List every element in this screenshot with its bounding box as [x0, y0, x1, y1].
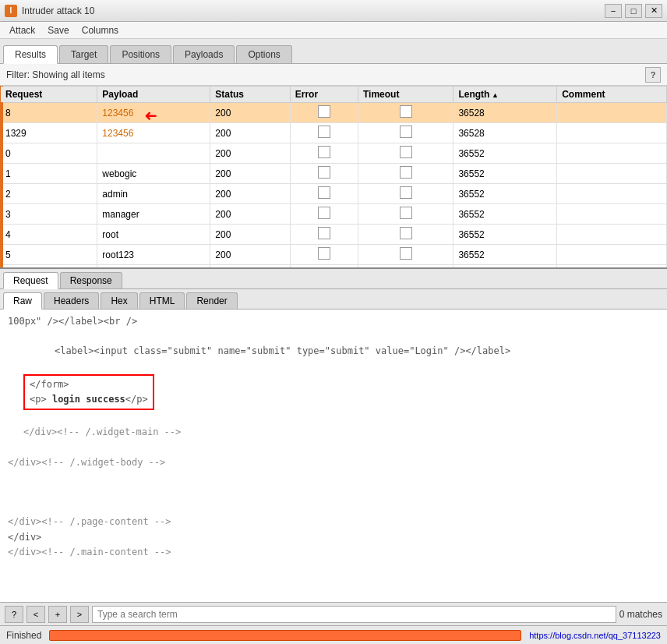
filter-bar: Filter: Showing all items ?	[0, 64, 667, 86]
maximize-button[interactable]: □	[625, 4, 642, 18]
col-error[interactable]: Error	[290, 87, 358, 103]
checkbox[interactable]	[400, 247, 412, 260]
col-comment[interactable]: Comment	[557, 87, 667, 103]
results-table-container: Request Payload Status Error Timeout Len…	[0, 86, 667, 269]
checkbox[interactable]	[400, 227, 412, 239]
inner-tab-raw[interactable]: Raw	[3, 292, 42, 310]
filter-help-button[interactable]: ?	[645, 67, 661, 83]
table-cell	[557, 184, 667, 204]
table-row[interactable]: 132912345620036528	[1, 123, 667, 143]
checkbox[interactable]	[318, 126, 330, 138]
col-timeout[interactable]: Timeout	[358, 87, 453, 103]
checkbox[interactable]	[400, 126, 412, 138]
table-cell: 2	[1, 184, 97, 204]
checkbox[interactable]	[318, 166, 330, 179]
table-cell	[97, 143, 210, 164]
table-cell: manager	[97, 204, 210, 225]
table-row[interactable]: 020036552	[1, 143, 667, 164]
search-add-button[interactable]: +	[48, 606, 67, 623]
col-payload[interactable]: Payload	[97, 87, 210, 103]
table-cell: 36528	[453, 103, 557, 123]
checkbox[interactable]	[400, 105, 412, 118]
table-row[interactable]: 4root20036552	[1, 225, 667, 245]
inner-tab-render[interactable]: Render	[186, 292, 237, 309]
table-row[interactable]: 5root12320036552	[1, 245, 667, 265]
table-cell: 200	[210, 245, 290, 265]
tab-results[interactable]: Results	[3, 45, 58, 64]
main-wrapper: I Intruder attack 10 − □ ✕ Attack Save C…	[0, 0, 667, 644]
search-next-button[interactable]: >	[70, 606, 89, 623]
menu-attack[interactable]: Attack	[3, 23, 41, 37]
inner-tab-html[interactable]: HTML	[139, 292, 185, 309]
close-button[interactable]: ✕	[645, 4, 662, 18]
search-help-button[interactable]: ?	[5, 606, 23, 623]
sub-tab-response[interactable]: Response	[60, 272, 122, 288]
table-body: 8123456200365281329123456200365280200365…	[1, 103, 667, 270]
checkbox[interactable]	[318, 207, 330, 219]
inner-tab-headers[interactable]: Headers	[44, 292, 99, 309]
table-cell: 4	[1, 225, 97, 245]
content-line-5: </div><!-- /.page-content -->	[8, 515, 659, 529]
sub-tab-request[interactable]: Request	[3, 272, 58, 289]
search-prev-button[interactable]: <	[26, 606, 45, 623]
table-cell: 3	[1, 204, 97, 225]
table-cell: 1	[1, 164, 97, 184]
tab-target[interactable]: Target	[59, 45, 108, 63]
status-text: Finished	[6, 630, 41, 641]
checkbox[interactable]	[400, 267, 412, 269]
checkbox[interactable]	[400, 146, 412, 158]
checkbox[interactable]	[318, 146, 330, 158]
table-cell	[557, 245, 667, 265]
table-cell: 36552	[453, 225, 557, 245]
checkbox[interactable]	[400, 186, 412, 199]
table-cell: 200	[210, 164, 290, 184]
status-progress-bar	[49, 630, 521, 641]
tab-payloads[interactable]: Payloads	[173, 45, 235, 63]
highlight-box: </form> <p> login success</p>	[23, 374, 154, 410]
checkbox[interactable]	[400, 166, 412, 179]
app-icon: I	[5, 5, 17, 17]
table-row[interactable]: 812345620036528	[1, 103, 667, 123]
search-input[interactable]	[92, 606, 616, 623]
checkbox[interactable]	[318, 105, 330, 118]
table-cell: 5	[1, 245, 97, 265]
window-title: Intruder attack 10	[22, 5, 94, 16]
table-row[interactable]: 3manager20036552	[1, 204, 667, 225]
checkbox[interactable]	[318, 227, 330, 239]
results-table-wrapper: Request Payload Status Error Timeout Len…	[0, 86, 667, 269]
table-cell: admin	[97, 184, 210, 204]
results-table: Request Payload Status Error Timeout Len…	[0, 86, 667, 269]
table-cell: 200	[210, 123, 290, 143]
table-cell: 36552	[453, 184, 557, 204]
table-cell: 36552	[453, 245, 557, 265]
menu-columns[interactable]: Columns	[76, 23, 125, 37]
table-cell: root	[97, 225, 210, 245]
checkbox[interactable]	[318, 267, 330, 269]
inner-tabs: Raw Headers Hex HTML Render	[0, 289, 667, 310]
table-row[interactable]: 6manager ..20036552	[1, 265, 667, 270]
table-cell	[557, 143, 667, 164]
search-bar: ? < + > 0 matches	[0, 602, 667, 625]
table-cell: 8	[1, 103, 97, 123]
menu-save[interactable]: Save	[41, 23, 75, 37]
col-request[interactable]: Request	[1, 87, 97, 103]
table-cell: 200	[210, 143, 290, 164]
checkbox[interactable]	[318, 186, 330, 199]
table-cell	[557, 265, 667, 270]
table-cell: 1329	[1, 123, 97, 143]
titlebar: I Intruder attack 10 − □ ✕	[0, 0, 667, 22]
table-cell: 200	[210, 103, 290, 123]
inner-tab-hex[interactable]: Hex	[101, 292, 137, 309]
table-row[interactable]: 2admin20036552	[1, 184, 667, 204]
tab-positions[interactable]: Positions	[110, 45, 171, 63]
table-row[interactable]: 1webogic20036552	[1, 164, 667, 184]
minimize-button[interactable]: −	[605, 4, 622, 18]
status-url: https://blog.csdn.net/qq_37113223	[529, 631, 661, 640]
col-status[interactable]: Status	[210, 87, 290, 103]
col-length[interactable]: Length	[453, 87, 557, 103]
tab-options[interactable]: Options	[236, 45, 291, 63]
highlight-line2: <p> login success</p>	[30, 392, 148, 407]
checkbox[interactable]	[400, 207, 412, 219]
checkbox[interactable]	[318, 247, 330, 260]
table-cell: 36552	[453, 164, 557, 184]
